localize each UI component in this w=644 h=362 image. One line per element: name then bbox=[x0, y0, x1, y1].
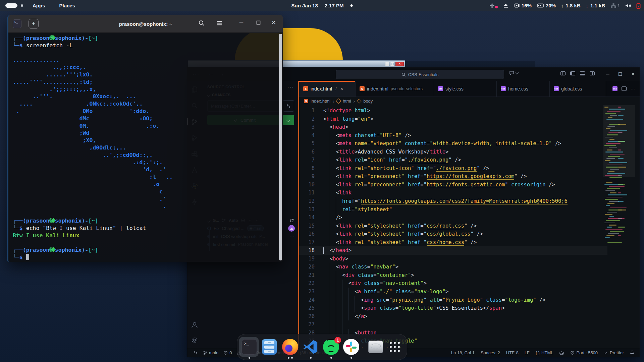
breadcrumb-body[interactable]: body bbox=[363, 99, 373, 104]
terminal-content[interactable]: ┌──(prasoon㊿sophonix)-[~]└─$ screenfetch… bbox=[8, 33, 283, 262]
tab-global.css[interactable]: cssglobal.css bbox=[550, 81, 606, 97]
status-item-main[interactable]: main bbox=[203, 350, 218, 355]
slack-tray-icon[interactable] bbox=[489, 3, 498, 8]
toggle-secondary-sidebar-icon[interactable] bbox=[590, 71, 595, 75]
remote-icon bbox=[193, 350, 198, 355]
breadcrumbs[interactable]: 5 index.html › html › body bbox=[299, 97, 640, 105]
vscode-close-button[interactable]: ✕ bbox=[631, 71, 635, 77]
breadcrumb-file[interactable]: index.html bbox=[311, 99, 330, 104]
settings-gear-icon[interactable] bbox=[191, 336, 199, 344]
notification-dot bbox=[350, 4, 353, 7]
dock-vscode[interactable] bbox=[302, 338, 319, 356]
tab-index.html-pseudo-selectors[interactable]: 5index.htmlpseudo-selectors bbox=[356, 81, 434, 97]
dock-spotify[interactable]: 1 bbox=[322, 338, 340, 356]
code-line-6: <title>Advanced CSS Workshop</title> bbox=[323, 148, 603, 156]
html-file-icon: 5 bbox=[360, 86, 365, 91]
status-item-icon[interactable] bbox=[559, 351, 564, 355]
terminal-scrollbar[interactable] bbox=[279, 34, 282, 260]
bg-minimize-button[interactable]: — bbox=[385, 62, 389, 66]
apps-menu[interactable]: Apps bbox=[28, 3, 50, 8]
bg-close-button[interactable]: ✕ bbox=[395, 62, 404, 66]
status-item-utf-8[interactable]: UTF-8 bbox=[506, 350, 519, 355]
net-down-indicator[interactable]: ↓1.1 kB bbox=[586, 3, 605, 8]
cpu-indicator[interactable]: 16% bbox=[514, 3, 532, 8]
code-line-7: <link rel="icon" href="./favicon.png" /> bbox=[323, 156, 603, 164]
status-item-ln-18-col-1[interactable]: Ln 18, Col 1 bbox=[451, 350, 475, 355]
more-icon[interactable]: ··· bbox=[289, 234, 295, 239]
dock-disk[interactable] bbox=[367, 338, 384, 356]
terminal-minimize-button[interactable]: ─ bbox=[239, 19, 243, 25]
up-arrow-icon: ↑ bbox=[561, 3, 564, 8]
vscode-maximize-button[interactable]: ☐ bbox=[618, 71, 623, 77]
code-line-26: </a> bbox=[323, 312, 603, 321]
status-item-html[interactable]: { }HTML bbox=[536, 350, 553, 355]
commit-dropdown-button[interactable] bbox=[282, 115, 294, 125]
memory-label: 70% bbox=[546, 3, 556, 8]
slack-notification-dot bbox=[495, 6, 498, 8]
code-line-1: <!doctype html> bbox=[323, 107, 603, 115]
status-item-prettier[interactable]: Prettier bbox=[604, 350, 624, 355]
places-menu[interactable]: Places bbox=[55, 3, 80, 8]
tab-home.css[interactable]: csshome.css bbox=[497, 81, 550, 97]
dock-files[interactable] bbox=[261, 338, 278, 356]
dock: >_ 1 bbox=[237, 334, 407, 360]
network-icon[interactable]: ? bbox=[610, 3, 620, 8]
memory-indicator[interactable]: 70% bbox=[537, 3, 556, 8]
refresh-icon[interactable] bbox=[289, 218, 294, 223]
symbol-icon bbox=[336, 99, 341, 104]
tab-style.css[interactable]: cssstyle.css bbox=[434, 81, 497, 97]
css-action-icon[interactable]: css bbox=[612, 86, 618, 91]
generate-commit-message-button[interactable] bbox=[283, 100, 294, 112]
text-cursor bbox=[323, 247, 324, 254]
dock-app-grid[interactable] bbox=[386, 338, 404, 356]
terminal-maximize-button[interactable] bbox=[256, 20, 261, 26]
bg-maximize-button[interactable]: ▢ bbox=[390, 62, 394, 66]
kali-logo[interactable] bbox=[5, 3, 17, 8]
css-file-icon: css bbox=[501, 86, 506, 91]
dock-terminal[interactable]: >_ bbox=[240, 338, 258, 356]
chat-dropdown[interactable] bbox=[509, 70, 518, 75]
terminal-close-button[interactable]: ✕ bbox=[271, 19, 276, 26]
status-item-0[interactable]: 0 bbox=[223, 350, 232, 355]
battery-alert-icon[interactable] bbox=[636, 3, 641, 9]
editor-more-icon[interactable]: ··· bbox=[631, 86, 635, 91]
terminal-titlebar[interactable]: >_ + prasoon@sophonix: ~ ─ ✕ bbox=[8, 15, 283, 33]
command-center-search[interactable]: CSS-Essentials bbox=[336, 70, 504, 79]
sidebar-more-icon[interactable]: ··· bbox=[287, 84, 294, 89]
breadcrumb-html[interactable]: html bbox=[343, 99, 351, 104]
dock-slack[interactable] bbox=[342, 338, 360, 356]
chevron-down-icon bbox=[515, 70, 519, 74]
toggle-sidebar-icon[interactable] bbox=[570, 71, 575, 75]
net-up-indicator[interactable]: ↑1.8 kB bbox=[561, 3, 581, 8]
status-item-spaces-2[interactable]: Spaces: 2 bbox=[481, 350, 500, 355]
tab-label: global.css bbox=[561, 86, 582, 92]
code-line-16: <link rel="stylesheet" href="css/global.… bbox=[323, 230, 603, 238]
volume-icon[interactable] bbox=[625, 3, 631, 8]
account-icon[interactable] bbox=[191, 321, 199, 329]
eject-icon[interactable] bbox=[503, 3, 508, 8]
terminal-search-icon[interactable] bbox=[198, 20, 205, 28]
terminal-prompt: ┌──(prasoon㊿sophonix)-[~] bbox=[13, 35, 283, 42]
clock[interactable]: Sun Jan 18 2:17 PM bbox=[291, 0, 353, 11]
tab-label: style.css bbox=[445, 86, 464, 92]
split-editor-icon[interactable] bbox=[622, 86, 627, 91]
status-item-lf[interactable]: LF bbox=[525, 350, 530, 355]
status-item-port-5500[interactable]: Port : 5500 bbox=[570, 350, 598, 355]
tab-index.html-./[interactable]: 5index.html./× bbox=[299, 81, 356, 97]
running-dot bbox=[288, 357, 289, 359]
desktop: — ▢ ✕ ··· ← → CSS-Essentials bbox=[0, 0, 644, 362]
new-tab-button[interactable]: + bbox=[29, 19, 39, 29]
code-editor[interactable]: 1234567891011121314151617181920212223242… bbox=[299, 105, 640, 349]
dock-firefox[interactable] bbox=[281, 338, 299, 356]
close-icon[interactable]: × bbox=[340, 86, 343, 92]
status-item-icon[interactable] bbox=[193, 350, 198, 355]
code-line-19: <body> bbox=[323, 255, 603, 263]
status-item-icon[interactable] bbox=[630, 350, 634, 355]
terminal-menu-icon[interactable] bbox=[216, 20, 223, 28]
check-icon bbox=[604, 351, 608, 355]
bell-icon bbox=[630, 350, 634, 355]
minimap[interactable] bbox=[603, 107, 630, 349]
vscode-minimize-button[interactable]: ─ bbox=[606, 71, 609, 77]
toggle-panel-icon[interactable] bbox=[580, 71, 585, 75]
customize-layout-icon[interactable] bbox=[560, 71, 566, 75]
